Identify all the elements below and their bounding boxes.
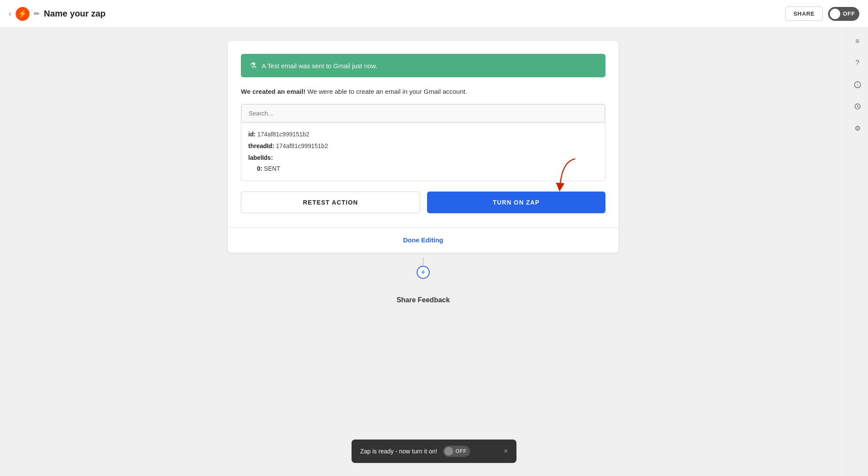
zap-toggle[interactable]: OFF <box>828 7 859 21</box>
svg-text:⚡: ⚡ <box>18 10 27 18</box>
header: ‹ ⚡ ✏ Name your zap SHARE OFF <box>0 0 868 28</box>
flask-icon: ⚗ <box>250 61 256 70</box>
edit-icon[interactable]: ✏ <box>34 10 39 18</box>
turn-on-zap-button[interactable]: TURN ON ZAP <box>427 192 605 213</box>
id-key: id: <box>248 131 257 138</box>
label-0-value: SENT <box>264 165 280 172</box>
done-editing-section: Done Editing <box>228 227 618 253</box>
add-step-button[interactable]: + <box>417 266 430 279</box>
settings-sidebar-icon[interactable]: ⚙ <box>851 122 864 135</box>
help-sidebar-icon[interactable]: ? <box>851 56 864 69</box>
share-feedback-title: Share Feedback <box>397 296 450 304</box>
back-button[interactable]: ‹ <box>9 9 11 18</box>
search-wrapper <box>241 104 605 123</box>
right-sidebar: ≡ ? i ⚙ <box>846 28 868 476</box>
labelids-key: labelIds: <box>248 154 273 161</box>
history-sidebar-icon[interactable] <box>851 100 864 113</box>
id-value: 174af81c999151b2 <box>257 131 309 138</box>
toggle-label: OFF <box>843 10 855 17</box>
data-fields: id: 174af81c999151b2 threadId: 174af81c9… <box>241 123 605 181</box>
content-area: ⚗ A Test email was sent to Gmail just no… <box>0 28 846 476</box>
main-card: ⚗ A Test email was sent to Gmail just no… <box>228 41 618 231</box>
toast-close-button[interactable]: × <box>504 447 508 455</box>
threadid-value: 174af81c999151b2 <box>276 142 328 149</box>
data-row-label-0: 0: SENT <box>257 165 598 172</box>
zapier-logo: ⚡ <box>16 7 30 21</box>
header-right: SHARE OFF <box>785 7 859 21</box>
menu-sidebar-icon[interactable]: ≡ <box>851 35 864 48</box>
toast-toggle-circle <box>444 447 453 456</box>
result-bold-text: We created an email! <box>241 88 306 95</box>
result-description: We created an email! We were able to cre… <box>241 88 605 95</box>
share-button[interactable]: SHARE <box>785 7 823 21</box>
search-input[interactable] <box>241 104 605 122</box>
toast-toggle[interactable]: OFF <box>443 446 470 457</box>
connector-line <box>423 257 424 266</box>
toast-text: Zap is ready - now turn it on! <box>360 448 437 455</box>
arrow-annotation: RETEST ACTION TURN ON ZAP <box>241 192 605 213</box>
main-layout: ⚗ A Test email was sent to Gmail just no… <box>0 28 868 476</box>
data-row-threadid: threadId: 174af81c999151b2 <box>248 142 598 151</box>
svg-text:i: i <box>857 83 858 87</box>
done-editing-link[interactable]: Done Editing <box>403 236 444 244</box>
toast-toggle-label: OFF <box>455 448 467 454</box>
toast-notification: Zap is ready - now turn it on! OFF × <box>352 440 516 463</box>
action-buttons: RETEST ACTION TURN ON ZAP <box>241 192 605 213</box>
result-normal-text: We were able to create an email in your … <box>307 88 467 95</box>
threadid-key: threadId: <box>248 142 276 149</box>
success-banner-text: A Test email was sent to Gmail just now. <box>262 62 378 69</box>
info-sidebar-icon[interactable]: i <box>851 78 864 91</box>
success-banner: ⚗ A Test email was sent to Gmail just no… <box>241 54 605 77</box>
label-0-key: 0: <box>257 165 264 172</box>
data-row-id: id: 174af81c999151b2 <box>248 130 598 139</box>
toggle-circle <box>830 9 840 19</box>
header-left: ‹ ⚡ ✏ Name your zap <box>9 7 105 21</box>
header-title: Name your zap <box>44 9 105 19</box>
retest-action-button[interactable]: RETEST ACTION <box>241 192 420 213</box>
add-step-connector: + <box>417 257 430 279</box>
data-row-labelids: labelIds: <box>248 153 598 162</box>
